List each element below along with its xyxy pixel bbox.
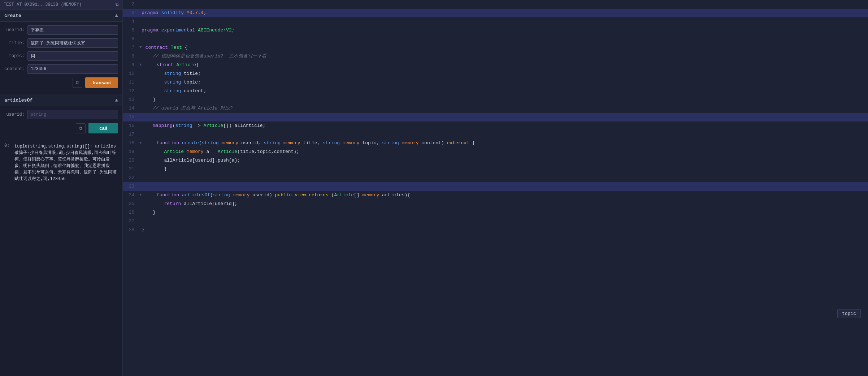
line-content-26: } <box>139 208 868 217</box>
line-content-6 <box>139 35 868 35</box>
code-line-20: 20 allArticle[userid].push(a); <box>123 156 868 165</box>
code-line-24: 24 ▼ function articlesOf(string memory u… <box>123 191 868 200</box>
code-line-12: 12 string content; <box>123 87 868 95</box>
result-row: 0: tuple(string,string,string)[]: articl… <box>4 143 118 182</box>
articlesof-userid-label: userid: <box>4 112 25 117</box>
content-label: content: <box>4 67 25 72</box>
line-num-9: 9 <box>123 61 139 69</box>
line-content-17 <box>139 130 868 131</box>
code-line-7: 7 ▼ contract Test { <box>123 43 868 52</box>
line-content-12: string content; <box>139 87 868 95</box>
fold-icon-7[interactable]: ▼ <box>139 43 143 51</box>
create-button-row: ⧉ transact <box>4 77 118 91</box>
topic-input[interactable] <box>27 51 118 61</box>
fold-icon-18[interactable]: ▼ <box>139 139 143 147</box>
code-line-6: 6 <box>123 35 868 43</box>
transact-button[interactable]: transact <box>85 77 118 88</box>
line-num-17: 17 <box>123 130 139 139</box>
title-label: title: <box>4 40 25 46</box>
articlesof-copy-button[interactable]: ⧉ <box>76 123 86 133</box>
line-content-7: contract Test { <box>143 43 868 52</box>
title-field-row: title: <box>4 38 118 48</box>
code-line-27: 27 <box>123 217 868 226</box>
code-editor[interactable]: 2 3 pragma solidity ^0.7.4; 4 5 pragma e… <box>123 0 868 376</box>
articlesof-userid-field-row: userid: <box>4 110 118 119</box>
line-content-28: } <box>139 226 868 234</box>
line-num-13: 13 <box>123 95 139 104</box>
code-line-23: 23 <box>123 182 868 191</box>
line-num-27: 27 <box>123 217 139 226</box>
line-num-26: 26 <box>123 208 139 217</box>
articlesof-userid-input[interactable] <box>27 110 118 119</box>
line-num-5: 5 <box>123 26 139 35</box>
line-num-14: 14 <box>123 104 139 113</box>
create-copy-button[interactable]: ⧉ <box>73 78 82 88</box>
result-text: tuple(string,string,string)[]: articles … <box>14 143 118 182</box>
line-content-8: // 该结构体是否要包含userid? 先不包含写一下看 <box>139 52 868 61</box>
code-line-28: 28 } <box>123 226 868 234</box>
articlesof-section-header[interactable]: articlesOf ▲ <box>0 94 122 106</box>
code-line-8: 8 // 该结构体是否要包含userid? 先不包含写一下看 <box>123 52 868 61</box>
line-content-19: Article memory a = Article(title,topic,c… <box>139 148 868 156</box>
line-num-12: 12 <box>123 87 139 95</box>
code-line-9: 9 ▼ struct Article{ <box>123 61 868 69</box>
line-content-14: // userid 怎么与 Article 对应? <box>139 104 868 113</box>
create-section-title: create <box>4 13 21 18</box>
line-num-3: 3 <box>123 9 139 17</box>
userid-label: userid: <box>4 27 25 33</box>
line-content-22 <box>139 174 868 174</box>
content-input[interactable] <box>27 64 118 74</box>
articlesof-section-title: articlesOf <box>4 98 32 103</box>
line-num-7: 7 <box>123 43 139 52</box>
code-line-16: 16 mapping(string => Article[]) allArtic… <box>123 121 868 130</box>
left-panel: TEST AT 0XD91...39138 (MEMORY) ⧉ create … <box>0 0 123 376</box>
copy-icon[interactable]: ⧉ <box>116 2 119 7</box>
line-content-20: allArticle[userid].push(a); <box>139 156 868 165</box>
topic-field-row: topic: <box>4 51 118 61</box>
code-line-3: 3 pragma solidity ^0.7.4; <box>123 9 868 17</box>
topic-label: topic: <box>4 54 25 59</box>
window-title-bar: TEST AT 0XD91...39138 (MEMORY) ⧉ <box>0 0 122 10</box>
line-num-10: 10 <box>123 69 139 78</box>
fold-icon-9[interactable]: ▼ <box>139 61 143 69</box>
code-line-10: 10 string title; <box>123 69 868 78</box>
line-num-11: 11 <box>123 78 139 87</box>
line-num-23: 23 <box>123 182 139 191</box>
line-num-6: 6 <box>123 35 139 43</box>
code-line-21: 21 } <box>123 165 868 174</box>
code-line-13: 13 } <box>123 95 868 104</box>
articlesof-section-body: userid: ⧉ call <box>0 106 122 140</box>
line-num-16: 16 <box>123 121 139 130</box>
topic-badge: topic <box>837 309 861 318</box>
line-num-25: 25 <box>123 200 139 208</box>
create-section-body: userid: title: topic: content: ⧉ transac… <box>0 22 122 94</box>
code-line-26: 26 } <box>123 208 868 217</box>
line-content-3: pragma solidity ^0.7.4; <box>139 9 868 17</box>
code-line-4: 4 <box>123 17 868 26</box>
code-line-11: 11 string topic; <box>123 78 868 87</box>
userid-input[interactable] <box>27 25 118 35</box>
line-num-28: 28 <box>123 226 139 234</box>
line-content-15 <box>139 113 868 114</box>
code-line-25: 25 return allArticle[userid]; <box>123 200 868 208</box>
userid-field-row: userid: <box>4 25 118 35</box>
line-num-21: 21 <box>123 165 139 174</box>
code-line-15: 15 <box>123 113 868 121</box>
line-num-19: 19 <box>123 148 139 156</box>
line-content-10: string title; <box>139 69 868 78</box>
code-line-18: 18 ▼ function create(string memory useri… <box>123 139 868 148</box>
line-content-16: mapping(string => Article[]) allArticle; <box>139 121 868 130</box>
code-line-17: 17 <box>123 130 868 139</box>
line-num-22: 22 <box>123 174 139 182</box>
call-button[interactable]: call <box>88 123 118 133</box>
window-title: TEST AT 0XD91...39138 (MEMORY) <box>4 2 82 7</box>
title-input[interactable] <box>27 38 118 48</box>
code-line-14: 14 // userid 怎么与 Article 对应? <box>123 104 868 113</box>
line-content-25: return allArticle[userid]; <box>139 200 868 208</box>
create-section-header[interactable]: create ▲ <box>0 10 122 22</box>
content-field-row: content: <box>4 64 118 74</box>
code-line-22: 22 <box>123 174 868 182</box>
line-num-8: 8 <box>123 52 139 61</box>
fold-icon-24[interactable]: ▼ <box>139 191 143 199</box>
articlesof-chevron-icon: ▲ <box>115 97 118 103</box>
